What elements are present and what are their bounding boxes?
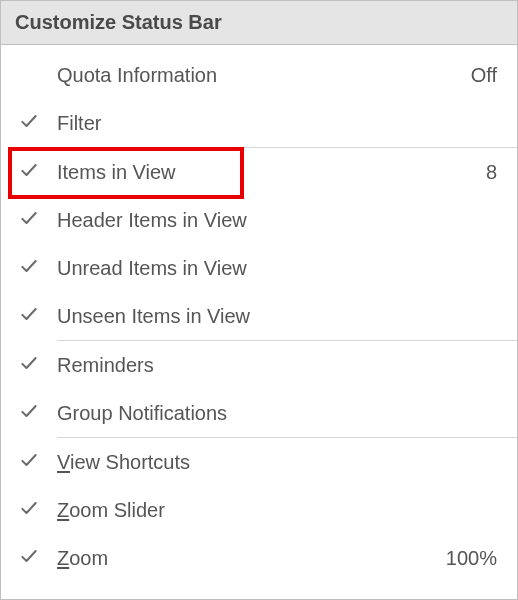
menu-item-label: Group Notifications xyxy=(57,402,497,425)
menu-item-zoom[interactable]: Zoom100% xyxy=(1,534,517,582)
menu-item-unseen-items[interactable]: Unseen Items in View xyxy=(1,292,517,340)
check-icon xyxy=(1,498,57,522)
check-icon xyxy=(19,401,39,425)
separator xyxy=(1,437,517,438)
panel-header: Customize Status Bar xyxy=(1,1,517,45)
check-icon xyxy=(19,111,39,135)
menu-item-zoom-slider[interactable]: Zoom Slider xyxy=(1,486,517,534)
check-icon xyxy=(1,160,57,184)
menu-item-label: Reminders xyxy=(57,354,497,377)
menu-item-label: Quota Information xyxy=(57,64,471,87)
check-icon xyxy=(19,208,39,232)
menu-item-label: View Shortcuts xyxy=(57,451,497,474)
menu-item-reminders[interactable]: Reminders xyxy=(1,341,517,389)
menu-list: Quota InformationOffFilterItems in View8… xyxy=(1,45,517,588)
customize-status-bar-panel: Customize Status Bar Quota InformationOf… xyxy=(0,0,518,600)
panel-title: Customize Status Bar xyxy=(15,11,222,33)
check-icon xyxy=(19,256,39,280)
check-icon xyxy=(19,304,39,328)
menu-item-label: Zoom xyxy=(57,547,446,570)
menu-item-value: 100% xyxy=(446,547,517,570)
menu-item-label: Unseen Items in View xyxy=(57,305,497,328)
menu-item-filter[interactable]: Filter xyxy=(1,99,517,147)
separator xyxy=(1,340,517,341)
check-icon xyxy=(19,160,39,184)
menu-item-quota-information[interactable]: Quota InformationOff xyxy=(1,51,517,99)
menu-item-label: Header Items in View xyxy=(57,209,497,232)
check-icon xyxy=(19,498,39,522)
accelerator-underline: Z xyxy=(57,547,69,569)
menu-item-header-items[interactable]: Header Items in View xyxy=(1,196,517,244)
accelerator-underline: V xyxy=(57,451,70,473)
menu-item-unread-items[interactable]: Unread Items in View xyxy=(1,244,517,292)
menu-item-view-shortcuts[interactable]: View Shortcuts xyxy=(1,438,517,486)
check-icon xyxy=(1,256,57,280)
check-icon xyxy=(1,450,57,474)
check-icon xyxy=(19,353,39,377)
menu-item-label: Filter xyxy=(57,112,497,135)
check-icon xyxy=(1,401,57,425)
menu-item-label: Items in View xyxy=(57,161,486,184)
menu-item-value: 8 xyxy=(486,161,517,184)
separator xyxy=(1,147,517,148)
check-icon xyxy=(19,546,39,570)
menu-item-label: Unread Items in View xyxy=(57,257,497,280)
check-icon xyxy=(1,353,57,377)
menu-item-items-in-view[interactable]: Items in View8 xyxy=(1,148,517,196)
menu-item-group-notifications[interactable]: Group Notifications xyxy=(1,389,517,437)
check-icon xyxy=(1,111,57,135)
check-icon xyxy=(1,546,57,570)
check-icon xyxy=(1,304,57,328)
accelerator-underline: Z xyxy=(57,499,69,521)
menu-item-label: Zoom Slider xyxy=(57,499,497,522)
check-icon xyxy=(19,450,39,474)
menu-item-value: Off xyxy=(471,64,517,87)
check-icon xyxy=(1,208,57,232)
